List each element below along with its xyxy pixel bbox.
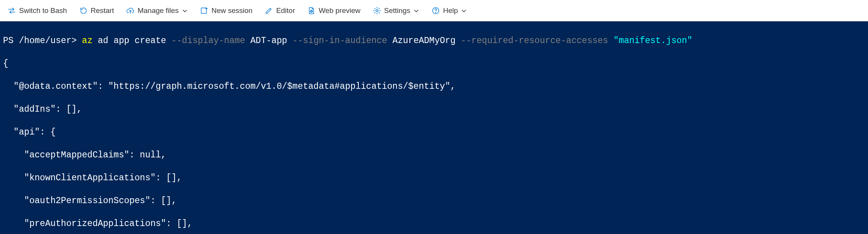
val-sign-in-audience: AzureADMyOrg — [387, 36, 461, 46]
cloud-upload-icon — [126, 6, 135, 15]
output-line: "acceptMappedClaims": null, — [3, 149, 865, 161]
chevron-down-icon — [182, 8, 188, 14]
swap-icon — [8, 6, 16, 15]
manage-files-button[interactable]: Manage files — [121, 3, 193, 18]
new-session-button[interactable]: New session — [195, 3, 258, 18]
switch-to-bash-label: Switch to Bash — [19, 6, 67, 15]
chevron-down-icon — [461, 8, 467, 14]
new-session-label: New session — [212, 6, 253, 15]
help-icon — [432, 6, 440, 15]
output-line: "preAuthorizedApplications": [], — [3, 218, 865, 229]
output-line: "oauth2PermissionScopes": [], — [3, 195, 865, 207]
prompt-suffix: > — [71, 36, 77, 46]
switch-to-bash-button[interactable]: Switch to Bash — [2, 3, 72, 18]
web-preview-icon — [307, 6, 316, 15]
cmd-az: az — [82, 36, 93, 46]
help-label: Help — [443, 6, 458, 15]
settings-button[interactable]: Settings — [367, 3, 425, 18]
prompt-path: /home/user — [19, 36, 71, 46]
svg-point-4 — [436, 12, 436, 13]
settings-label: Settings — [384, 6, 411, 15]
gear-icon — [373, 6, 381, 15]
restart-label: Restart — [91, 6, 114, 15]
restart-icon — [79, 6, 88, 15]
manage-files-label: Manage files — [138, 6, 179, 15]
restart-button[interactable]: Restart — [74, 3, 119, 18]
web-preview-button[interactable]: Web preview — [302, 3, 366, 18]
help-button[interactable]: Help — [426, 3, 472, 18]
cmd-rest: ad app create — [93, 36, 172, 46]
editor-icon — [265, 6, 273, 15]
val-manifest: "manifest.json" — [608, 36, 692, 46]
output-line: { — [3, 58, 865, 69]
val-display-name: ADT-app — [245, 36, 292, 46]
output-line: "knownClientApplications": [], — [3, 172, 865, 184]
editor-button[interactable]: Editor — [259, 3, 300, 18]
chevron-down-icon — [413, 8, 419, 14]
output-line: "@odata.context": "https://graph.microso… — [3, 81, 865, 92]
opt-sign-in-audience: --sign-in-audience — [292, 36, 387, 46]
editor-label: Editor — [276, 6, 295, 15]
cloud-shell-toolbar: Switch to Bash Restart Manage files — [0, 0, 868, 21]
opt-required-resource: --required-resource-accesses — [461, 36, 608, 46]
opt-display-name: --display-name — [172, 36, 245, 46]
svg-point-2 — [376, 10, 378, 12]
command-line: PS /home/user> az ad app create --displa… — [3, 35, 865, 46]
output-line: "api": { — [3, 127, 865, 138]
new-session-icon — [200, 6, 209, 15]
terminal-output[interactable]: PS /home/user> az ad app create --displa… — [0, 21, 868, 234]
web-preview-label: Web preview — [319, 6, 360, 15]
output-line: "addIns": [], — [3, 104, 865, 115]
prompt-prefix: PS — [3, 36, 19, 46]
